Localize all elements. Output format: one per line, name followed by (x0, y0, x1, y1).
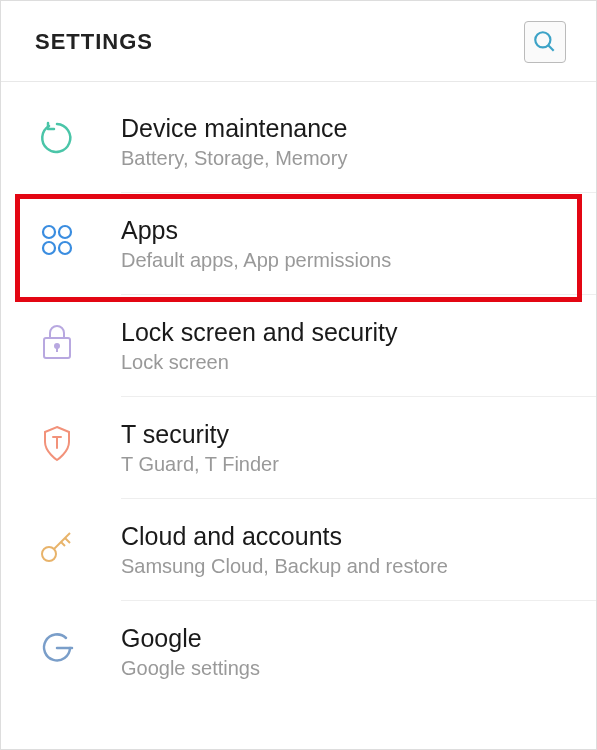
svg-point-7 (55, 344, 59, 348)
svg-point-3 (59, 226, 71, 238)
svg-line-12 (61, 542, 65, 546)
svg-point-4 (43, 242, 55, 254)
item-subtitle: T Guard, T Finder (121, 453, 576, 476)
settings-item-t-security[interactable]: T security T Guard, T Finder (1, 396, 596, 498)
item-subtitle: Lock screen (121, 351, 576, 374)
item-title: Cloud and accounts (121, 522, 576, 551)
apps-icon (35, 218, 79, 262)
svg-line-11 (65, 538, 70, 543)
search-button[interactable] (524, 21, 566, 63)
item-title: T security (121, 420, 576, 449)
svg-line-1 (548, 45, 553, 50)
shield-icon (35, 422, 79, 466)
item-subtitle: Default apps, App permissions (121, 249, 576, 272)
item-title: Lock screen and security (121, 318, 576, 347)
search-icon (532, 29, 558, 55)
item-title: Apps (121, 216, 576, 245)
svg-point-0 (535, 32, 550, 47)
svg-point-2 (43, 226, 55, 238)
item-text: Cloud and accounts Samsung Cloud, Backup… (121, 520, 576, 578)
settings-item-cloud-accounts[interactable]: Cloud and accounts Samsung Cloud, Backup… (1, 498, 596, 600)
lock-icon (35, 320, 79, 364)
item-subtitle: Samsung Cloud, Backup and restore (121, 555, 576, 578)
header: SETTINGS (1, 1, 596, 82)
settings-item-apps[interactable]: Apps Default apps, App permissions (1, 192, 596, 294)
item-title: Device maintenance (121, 114, 576, 143)
settings-list: Device maintenance Battery, Storage, Mem… (1, 82, 596, 702)
settings-item-device-maintenance[interactable]: Device maintenance Battery, Storage, Mem… (1, 90, 596, 192)
google-icon (35, 626, 79, 670)
svg-point-9 (42, 547, 56, 561)
svg-point-5 (59, 242, 71, 254)
item-text: T security T Guard, T Finder (121, 418, 576, 476)
page-title: SETTINGS (35, 29, 153, 55)
key-icon (35, 524, 79, 568)
item-text: Google Google settings (121, 622, 576, 680)
item-subtitle: Battery, Storage, Memory (121, 147, 576, 170)
settings-item-lock-screen[interactable]: Lock screen and security Lock screen (1, 294, 596, 396)
device-maintenance-icon (35, 116, 79, 160)
settings-item-google[interactable]: Google Google settings (1, 600, 596, 702)
item-title: Google (121, 624, 576, 653)
item-subtitle: Google settings (121, 657, 576, 680)
item-text: Apps Default apps, App permissions (121, 214, 576, 272)
item-text: Device maintenance Battery, Storage, Mem… (121, 112, 576, 170)
item-text: Lock screen and security Lock screen (121, 316, 576, 374)
